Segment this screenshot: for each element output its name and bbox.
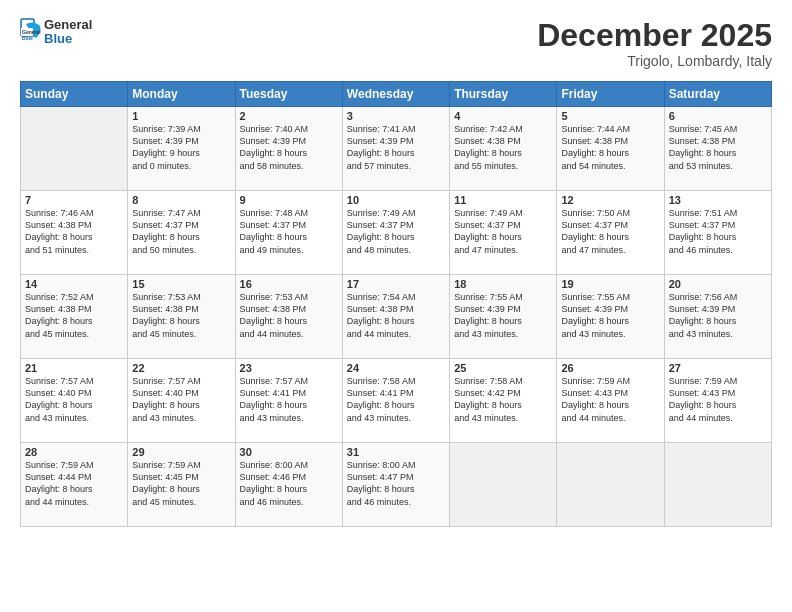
table-row: 22Sunrise: 7:57 AM Sunset: 4:40 PM Dayli… xyxy=(128,359,235,443)
cell-date: 15 xyxy=(132,278,230,290)
cell-info: Sunrise: 7:49 AM Sunset: 4:37 PM Dayligh… xyxy=(454,207,552,256)
title-block: December 2025 Trigolo, Lombardy, Italy xyxy=(537,18,772,69)
table-row: 28Sunrise: 7:59 AM Sunset: 4:44 PM Dayli… xyxy=(21,443,128,527)
cell-date: 25 xyxy=(454,362,552,374)
table-row: 1Sunrise: 7:39 AM Sunset: 4:39 PM Daylig… xyxy=(128,107,235,191)
cell-info: Sunrise: 7:55 AM Sunset: 4:39 PM Dayligh… xyxy=(561,291,659,340)
page-header: General Blue General Blue December 2025 … xyxy=(20,18,772,69)
calendar: Sunday Monday Tuesday Wednesday Thursday… xyxy=(20,81,772,527)
table-row: 18Sunrise: 7:55 AM Sunset: 4:39 PM Dayli… xyxy=(450,275,557,359)
table-row: 23Sunrise: 7:57 AM Sunset: 4:41 PM Dayli… xyxy=(235,359,342,443)
table-row: 7Sunrise: 7:46 AM Sunset: 4:38 PM Daylig… xyxy=(21,191,128,275)
svg-text:Blue: Blue xyxy=(22,35,33,41)
table-row: 30Sunrise: 8:00 AM Sunset: 4:46 PM Dayli… xyxy=(235,443,342,527)
table-row: 14Sunrise: 7:52 AM Sunset: 4:38 PM Dayli… xyxy=(21,275,128,359)
cell-info: Sunrise: 7:53 AM Sunset: 4:38 PM Dayligh… xyxy=(240,291,338,340)
cell-info: Sunrise: 7:59 AM Sunset: 4:43 PM Dayligh… xyxy=(669,375,767,424)
table-row: 3Sunrise: 7:41 AM Sunset: 4:39 PM Daylig… xyxy=(342,107,449,191)
table-row: 21Sunrise: 7:57 AM Sunset: 4:40 PM Dayli… xyxy=(21,359,128,443)
calendar-week-row: 7Sunrise: 7:46 AM Sunset: 4:38 PM Daylig… xyxy=(21,191,772,275)
location: Trigolo, Lombardy, Italy xyxy=(537,53,772,69)
cell-info: Sunrise: 7:55 AM Sunset: 4:39 PM Dayligh… xyxy=(454,291,552,340)
cell-date: 17 xyxy=(347,278,445,290)
table-row xyxy=(664,443,771,527)
cell-info: Sunrise: 7:45 AM Sunset: 4:38 PM Dayligh… xyxy=(669,123,767,172)
table-row: 2Sunrise: 7:40 AM Sunset: 4:39 PM Daylig… xyxy=(235,107,342,191)
cell-date: 2 xyxy=(240,110,338,122)
table-row: 26Sunrise: 7:59 AM Sunset: 4:43 PM Dayli… xyxy=(557,359,664,443)
cell-info: Sunrise: 7:41 AM Sunset: 4:39 PM Dayligh… xyxy=(347,123,445,172)
table-row: 10Sunrise: 7:49 AM Sunset: 4:37 PM Dayli… xyxy=(342,191,449,275)
cell-date: 7 xyxy=(25,194,123,206)
table-row: 16Sunrise: 7:53 AM Sunset: 4:38 PM Dayli… xyxy=(235,275,342,359)
cell-date: 31 xyxy=(347,446,445,458)
table-row: 15Sunrise: 7:53 AM Sunset: 4:38 PM Dayli… xyxy=(128,275,235,359)
table-row: 8Sunrise: 7:47 AM Sunset: 4:37 PM Daylig… xyxy=(128,191,235,275)
cell-info: Sunrise: 7:53 AM Sunset: 4:38 PM Dayligh… xyxy=(132,291,230,340)
table-row: 9Sunrise: 7:48 AM Sunset: 4:37 PM Daylig… xyxy=(235,191,342,275)
cell-info: Sunrise: 7:52 AM Sunset: 4:38 PM Dayligh… xyxy=(25,291,123,340)
table-row: 29Sunrise: 7:59 AM Sunset: 4:45 PM Dayli… xyxy=(128,443,235,527)
col-friday: Friday xyxy=(557,82,664,107)
cell-date: 1 xyxy=(132,110,230,122)
cell-date: 16 xyxy=(240,278,338,290)
cell-date: 26 xyxy=(561,362,659,374)
cell-date: 22 xyxy=(132,362,230,374)
cell-info: Sunrise: 7:49 AM Sunset: 4:37 PM Dayligh… xyxy=(347,207,445,256)
col-tuesday: Tuesday xyxy=(235,82,342,107)
table-row: 11Sunrise: 7:49 AM Sunset: 4:37 PM Dayli… xyxy=(450,191,557,275)
cell-date: 18 xyxy=(454,278,552,290)
table-row: 6Sunrise: 7:45 AM Sunset: 4:38 PM Daylig… xyxy=(664,107,771,191)
cell-date: 13 xyxy=(669,194,767,206)
cell-info: Sunrise: 8:00 AM Sunset: 4:47 PM Dayligh… xyxy=(347,459,445,508)
table-row: 12Sunrise: 7:50 AM Sunset: 4:37 PM Dayli… xyxy=(557,191,664,275)
cell-date: 9 xyxy=(240,194,338,206)
calendar-week-row: 21Sunrise: 7:57 AM Sunset: 4:40 PM Dayli… xyxy=(21,359,772,443)
table-row: 27Sunrise: 7:59 AM Sunset: 4:43 PM Dayli… xyxy=(664,359,771,443)
month-title: December 2025 xyxy=(537,18,772,53)
cell-info: Sunrise: 7:56 AM Sunset: 4:39 PM Dayligh… xyxy=(669,291,767,340)
cell-date: 29 xyxy=(132,446,230,458)
cell-date: 28 xyxy=(25,446,123,458)
calendar-header-row: Sunday Monday Tuesday Wednesday Thursday… xyxy=(21,82,772,107)
cell-info: Sunrise: 7:47 AM Sunset: 4:37 PM Dayligh… xyxy=(132,207,230,256)
cell-date: 30 xyxy=(240,446,338,458)
col-monday: Monday xyxy=(128,82,235,107)
cell-info: Sunrise: 7:50 AM Sunset: 4:37 PM Dayligh… xyxy=(561,207,659,256)
calendar-week-row: 28Sunrise: 7:59 AM Sunset: 4:44 PM Dayli… xyxy=(21,443,772,527)
table-row: 25Sunrise: 7:58 AM Sunset: 4:42 PM Dayli… xyxy=(450,359,557,443)
cell-info: Sunrise: 7:57 AM Sunset: 4:41 PM Dayligh… xyxy=(240,375,338,424)
cell-date: 24 xyxy=(347,362,445,374)
cell-date: 20 xyxy=(669,278,767,290)
cell-info: Sunrise: 7:44 AM Sunset: 4:38 PM Dayligh… xyxy=(561,123,659,172)
cell-info: Sunrise: 7:54 AM Sunset: 4:38 PM Dayligh… xyxy=(347,291,445,340)
cell-date: 4 xyxy=(454,110,552,122)
logo: General Blue General Blue xyxy=(20,18,92,47)
cell-date: 5 xyxy=(561,110,659,122)
table-row xyxy=(21,107,128,191)
cell-date: 19 xyxy=(561,278,659,290)
col-sunday: Sunday xyxy=(21,82,128,107)
table-row: 19Sunrise: 7:55 AM Sunset: 4:39 PM Dayli… xyxy=(557,275,664,359)
table-row: 31Sunrise: 8:00 AM Sunset: 4:47 PM Dayli… xyxy=(342,443,449,527)
cell-date: 23 xyxy=(240,362,338,374)
cell-info: Sunrise: 7:42 AM Sunset: 4:38 PM Dayligh… xyxy=(454,123,552,172)
cell-info: Sunrise: 7:46 AM Sunset: 4:38 PM Dayligh… xyxy=(25,207,123,256)
col-saturday: Saturday xyxy=(664,82,771,107)
cell-info: Sunrise: 7:59 AM Sunset: 4:44 PM Dayligh… xyxy=(25,459,123,508)
cell-date: 27 xyxy=(669,362,767,374)
cell-info: Sunrise: 7:48 AM Sunset: 4:37 PM Dayligh… xyxy=(240,207,338,256)
calendar-week-row: 14Sunrise: 7:52 AM Sunset: 4:38 PM Dayli… xyxy=(21,275,772,359)
table-row xyxy=(557,443,664,527)
cell-date: 11 xyxy=(454,194,552,206)
table-row: 17Sunrise: 7:54 AM Sunset: 4:38 PM Dayli… xyxy=(342,275,449,359)
cell-info: Sunrise: 7:40 AM Sunset: 4:39 PM Dayligh… xyxy=(240,123,338,172)
cell-info: Sunrise: 7:59 AM Sunset: 4:45 PM Dayligh… xyxy=(132,459,230,508)
table-row: 20Sunrise: 7:56 AM Sunset: 4:39 PM Dayli… xyxy=(664,275,771,359)
cell-info: Sunrise: 7:59 AM Sunset: 4:43 PM Dayligh… xyxy=(561,375,659,424)
logo-icon: General Blue xyxy=(20,18,42,46)
col-thursday: Thursday xyxy=(450,82,557,107)
cell-info: Sunrise: 8:00 AM Sunset: 4:46 PM Dayligh… xyxy=(240,459,338,508)
table-row xyxy=(450,443,557,527)
cell-date: 10 xyxy=(347,194,445,206)
